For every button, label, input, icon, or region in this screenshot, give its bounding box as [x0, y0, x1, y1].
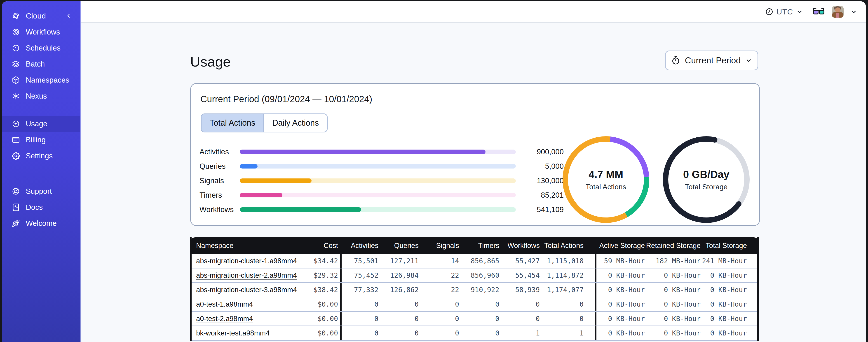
bar-row-timers: Timers85,201 [199, 188, 568, 202]
namespace-link[interactable]: a0-test-2.a98mm4 [196, 315, 253, 322]
sidebar-item-usage[interactable]: Usage [2, 116, 80, 132]
avatar[interactable] [832, 6, 844, 18]
sidebar-item-label: Support [26, 187, 52, 196]
actions-bar-chart: Activities900,000Queries5,000Signals130,… [199, 145, 568, 217]
namespace-link[interactable]: abs-migration-cluster-3.a98mm4 [196, 286, 297, 294]
bar-value: 5,000 [516, 162, 564, 171]
table-cell: bk-worker-test.a98mm4 [192, 329, 302, 337]
table-cell: 0 KB-Hour [645, 329, 701, 337]
namespace-link[interactable]: bk-worker-test.a98mm4 [196, 329, 270, 337]
table-cell: 0 KB-Hour [596, 315, 645, 322]
bar-row-workflows: Workflows541,109 [199, 202, 568, 217]
namespace-link[interactable]: abs-migration-cluster-1.a98mm4 [196, 257, 297, 265]
table-cell: 0 [499, 315, 540, 322]
namespace-link[interactable]: abs-migration-cluster-2.a98mm4 [196, 271, 297, 279]
table-cell: 55,454 [499, 271, 540, 279]
table-header-cell: Activities [342, 242, 378, 250]
sidebar-item-billing[interactable]: Billing [2, 132, 80, 148]
sidebar-brand[interactable]: Cloud [2, 8, 80, 24]
actions-tab-group: Total Actions Daily Actions [201, 113, 328, 132]
timezone-selector[interactable]: UTC [765, 7, 803, 16]
workflows-icon [12, 28, 20, 36]
table-cell: 856,865 [459, 257, 499, 265]
chevron-down-icon [745, 57, 752, 64]
table-cell: 0 [499, 300, 540, 308]
table-cell: 0 KB-Hour [701, 329, 747, 337]
bar-fill [240, 149, 486, 154]
table-cell: abs-migration-cluster-3.a98mm4 [192, 286, 302, 294]
total-storage-label: Total Storage [685, 183, 728, 191]
sidebar-collapse-button[interactable] [65, 12, 72, 20]
table-cell: 0 [378, 300, 418, 308]
sidebar-item-support[interactable]: Support [2, 183, 80, 199]
sidebar-item-batch[interactable]: Batch [2, 56, 80, 72]
period-selector-label: Current Period [685, 56, 741, 65]
table-cell: 0 [342, 300, 378, 308]
table-header-cell: Retained Storage [645, 242, 701, 250]
table-cell: 0 [378, 315, 418, 322]
sidebar-divider [2, 170, 80, 170]
table-cell: 0 KB-Hour [596, 271, 645, 279]
bar-track [240, 164, 516, 169]
total-actions-label: Total Actions [586, 183, 626, 191]
table-cell: $34.42 [302, 257, 340, 265]
table-cell: 77,332 [342, 286, 378, 294]
table-cell: 0 KB-Hour [645, 286, 701, 294]
table-cell: 14 [418, 257, 459, 265]
nexus-icon [12, 92, 20, 100]
table-cell: 1 [499, 329, 540, 337]
sidebar-item-nexus[interactable]: Nexus [2, 88, 80, 104]
table-cell: 0 [540, 300, 584, 308]
temporal-cloud-logo-icon [12, 12, 20, 20]
table-cell: 0 KB-Hour [701, 286, 747, 294]
sidebar-item-namespaces[interactable]: Namespaces [2, 72, 80, 88]
table-header-cell: Signals [418, 242, 459, 250]
table-cell: $0.00 [302, 300, 340, 308]
welcome-icon [12, 219, 20, 228]
bar-track [240, 149, 516, 154]
usage-icon [12, 120, 20, 128]
feedback-glasses-icon[interactable] [813, 7, 825, 16]
total-actions-value: 4.7 MM [589, 168, 623, 180]
sidebar-item-label: Nexus [26, 92, 47, 100]
account-menu-chevron-icon[interactable] [850, 8, 857, 15]
bar-value: 130,000 [516, 176, 564, 185]
table-header-row: NamespaceCostActivitiesQueriesSignalsTim… [190, 237, 758, 254]
table-cell: 22 [418, 286, 459, 294]
sidebar-item-settings[interactable]: Settings [2, 148, 80, 164]
table-cell: 55,427 [499, 257, 540, 265]
table-cell: 0 [459, 300, 499, 308]
table-cell: $38.42 [302, 286, 340, 294]
table-cell: 1,174,077 [540, 286, 584, 294]
page-title: Usage [190, 54, 231, 70]
sidebar-item-schedules[interactable]: Schedules [2, 40, 80, 56]
total-storage-donut-chart: 0 GB/Day Total Storage [661, 134, 751, 225]
table-cell: 0 [342, 315, 378, 322]
sidebar-brand-label: Cloud [26, 11, 65, 20]
sidebar-item-label: Batch [26, 60, 45, 68]
table-cell: 0 KB-Hour [645, 271, 701, 279]
table-cell: 0 [540, 315, 584, 322]
table-cell: 0 KB-Hour [701, 300, 747, 308]
bar-track [240, 178, 516, 183]
table-cell: 0 [459, 315, 499, 322]
sidebar-item-docs[interactable]: Docs [2, 199, 80, 215]
bar-fill [240, 193, 282, 197]
sidebar-item-label: Namespaces [26, 76, 69, 84]
bar-label: Activities [199, 147, 240, 156]
table-cell: 0 [418, 300, 459, 308]
table-cell: a0-test-2.a98mm4 [192, 315, 302, 323]
tab-daily-actions[interactable]: Daily Actions [264, 114, 327, 132]
tab-total-actions[interactable]: Total Actions [202, 114, 264, 132]
sidebar-item-label: Docs [26, 203, 43, 212]
sidebar-item-workflows[interactable]: Workflows [2, 24, 80, 40]
namespace-link[interactable]: a0-test-1.a98mm4 [196, 300, 253, 308]
table-cell: $0.00 [302, 329, 340, 337]
sidebar-item-label: Settings [26, 151, 53, 160]
period-selector-button[interactable]: Current Period [665, 50, 758, 70]
table-row: a0-test-2.a98mm4$0.000000000 KB-Hour0 KB… [192, 312, 757, 326]
sidebar-item-welcome[interactable]: Welcome [2, 215, 80, 231]
clock-icon [765, 8, 773, 16]
table-cell: abs-migration-cluster-2.a98mm4 [192, 271, 302, 279]
timer-icon [671, 56, 680, 65]
